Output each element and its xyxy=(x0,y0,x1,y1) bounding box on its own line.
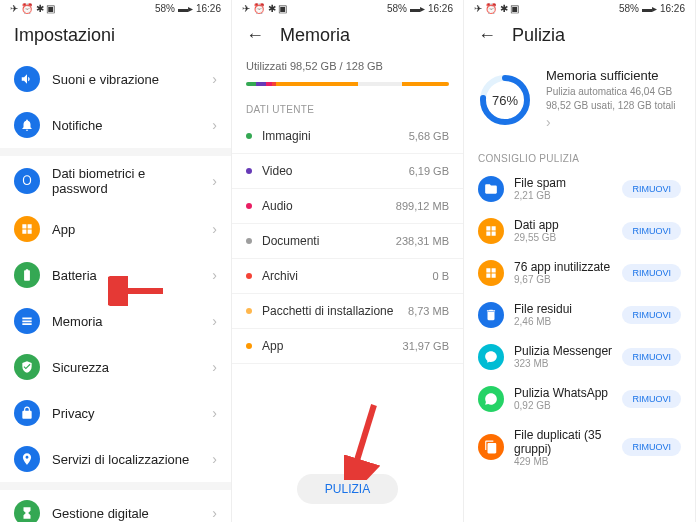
battery-percent: 58% xyxy=(387,3,407,14)
settings-item-notifications[interactable]: Notifiche › xyxy=(0,102,231,148)
data-category-row[interactable]: Video6,19 GB xyxy=(232,154,463,189)
status-left-icons: ✈ ⏰ ✱ ▣ xyxy=(10,3,55,14)
settings-item-apps[interactable]: App › xyxy=(0,206,231,252)
advice-size: 9,67 GB xyxy=(514,274,612,285)
advice-title: File residui xyxy=(514,302,612,316)
battery-percent: 58% xyxy=(155,3,175,14)
remove-button[interactable]: RIMUOVI xyxy=(622,438,681,456)
advice-title: Pulizia WhatsApp xyxy=(514,386,612,400)
category-size: 899,12 MB xyxy=(396,200,449,212)
clock: 16:26 xyxy=(428,3,453,14)
data-category-row[interactable]: Documenti238,31 MB xyxy=(232,224,463,259)
settings-screen: ✈ ⏰ ✱ ▣ 58% ▬▸ 16:26 Impostazioni Suoni … xyxy=(0,0,232,522)
advice-item[interactable]: File duplicati (35 gruppi)429 MBRIMUOVI xyxy=(464,420,695,476)
shield-icon xyxy=(14,354,40,380)
storage-segment xyxy=(256,82,266,86)
remove-button[interactable]: RIMUOVI xyxy=(622,264,681,282)
lock-icon xyxy=(14,400,40,426)
apps-icon xyxy=(478,218,504,244)
clock: 16:26 xyxy=(660,3,685,14)
remove-button[interactable]: RIMUOVI xyxy=(622,348,681,366)
category-size: 31,97 GB xyxy=(403,340,449,352)
settings-item-location[interactable]: Servizi di localizzazione › xyxy=(0,436,231,482)
status-left-icons: ✈ ⏰ ✱ ▣ xyxy=(474,3,519,14)
settings-item-storage[interactable]: Memoria › xyxy=(0,298,231,344)
category-dot xyxy=(246,203,252,209)
data-category-row[interactable]: Immagini5,68 GB xyxy=(232,119,463,154)
header: ← Memoria xyxy=(232,17,463,56)
section-divider xyxy=(0,148,231,156)
item-label: Gestione digitale xyxy=(52,506,200,521)
ring-percent: 76% xyxy=(478,73,532,127)
data-category-row[interactable]: Archivi0 B xyxy=(232,259,463,294)
fingerprint-icon xyxy=(14,168,40,194)
settings-item-biometrics[interactable]: Dati biometrici e password › xyxy=(0,156,231,206)
remove-button[interactable]: RIMUOVI xyxy=(622,306,681,324)
category-dot xyxy=(246,308,252,314)
battery-icon: ▬▸ xyxy=(642,3,657,14)
chevron-right-icon: › xyxy=(212,221,217,237)
category-label: Immagini xyxy=(262,129,399,143)
chevron-right-icon: › xyxy=(212,359,217,375)
battery-icon xyxy=(14,262,40,288)
chevron-right-icon: › xyxy=(212,505,217,521)
battery-percent: 58% xyxy=(619,3,639,14)
chevron-right-icon: › xyxy=(546,114,551,130)
advice-item[interactable]: 76 app inutilizzate9,67 GBRIMUOVI xyxy=(464,252,695,294)
advice-title: File spam xyxy=(514,176,612,190)
advice-item[interactable]: Pulizia WhatsApp0,92 GBRIMUOVI xyxy=(464,378,695,420)
page-title: Pulizia xyxy=(512,25,565,46)
advice-item[interactable]: Pulizia Messenger323 MBRIMUOVI xyxy=(464,336,695,378)
advice-title: Pulizia Messenger xyxy=(514,344,612,358)
advice-item[interactable]: File spam2,21 GBRIMUOVI xyxy=(464,168,695,210)
advice-item[interactable]: File residui2,46 MBRIMUOVI xyxy=(464,294,695,336)
messenger-icon xyxy=(478,344,504,370)
remove-button[interactable]: RIMUOVI xyxy=(622,222,681,240)
storage-screen: ✈ ⏰ ✱ ▣ 58% ▬▸ 16:26 ← Memoria Utilizzat… xyxy=(232,0,464,522)
chevron-right-icon: › xyxy=(212,405,217,421)
category-dot xyxy=(246,133,252,139)
item-label: Batteria xyxy=(52,268,200,283)
settings-item-digital[interactable]: Gestione digitale › xyxy=(0,490,231,522)
summary-title: Memoria sufficiente xyxy=(546,68,681,83)
status-left-icons: ✈ ⏰ ✱ ▣ xyxy=(242,3,287,14)
category-dot xyxy=(246,238,252,244)
advice-item[interactable]: Dati app29,55 GBRIMUOVI xyxy=(464,210,695,252)
advice-size: 2,21 GB xyxy=(514,190,612,201)
settings-item-sound[interactable]: Suoni e vibrazione › xyxy=(0,56,231,102)
back-arrow-icon[interactable]: ← xyxy=(478,25,496,46)
remove-button[interactable]: RIMUOVI xyxy=(622,390,681,408)
status-bar: ✈ ⏰ ✱ ▣ 58% ▬▸ 16:26 xyxy=(0,0,231,17)
settings-item-battery[interactable]: Batteria › xyxy=(0,252,231,298)
category-size: 6,19 GB xyxy=(409,165,449,177)
advice-section-label: CONSIGLIO PULIZIA xyxy=(464,147,695,168)
item-label: Sicurezza xyxy=(52,360,200,375)
settings-item-privacy[interactable]: Privacy › xyxy=(0,390,231,436)
storage-segment xyxy=(276,82,357,86)
advice-size: 29,55 GB xyxy=(514,232,612,243)
usage-ring: 76% xyxy=(478,73,532,127)
settings-item-security[interactable]: Sicurezza › xyxy=(0,344,231,390)
chevron-right-icon: › xyxy=(212,313,217,329)
data-category-row[interactable]: Audio899,12 MB xyxy=(232,189,463,224)
status-bar: ✈ ⏰ ✱ ▣ 58% ▬▸ 16:26 xyxy=(232,0,463,17)
category-dot xyxy=(246,273,252,279)
category-label: Archivi xyxy=(262,269,422,283)
chevron-right-icon: › xyxy=(212,267,217,283)
item-label: Privacy xyxy=(52,406,200,421)
data-category-row[interactable]: App31,97 GB xyxy=(232,329,463,364)
data-category-row[interactable]: Pacchetti di installazione8,73 MB xyxy=(232,294,463,329)
remove-button[interactable]: RIMUOVI xyxy=(622,180,681,198)
category-label: Audio xyxy=(262,199,386,213)
bell-icon xyxy=(14,112,40,138)
item-label: App xyxy=(52,222,200,237)
clean-summary[interactable]: 76% Memoria sufficiente Pulizia automati… xyxy=(464,56,695,147)
advice-title: 76 app inutilizzate xyxy=(514,260,612,274)
folder-icon xyxy=(478,176,504,202)
battery-icon: ▬▸ xyxy=(410,3,425,14)
chevron-right-icon: › xyxy=(212,451,217,467)
category-label: Video xyxy=(262,164,399,178)
back-arrow-icon[interactable]: ← xyxy=(246,25,264,46)
clean-button[interactable]: PULIZIA xyxy=(297,474,398,504)
category-size: 0 B xyxy=(432,270,449,282)
